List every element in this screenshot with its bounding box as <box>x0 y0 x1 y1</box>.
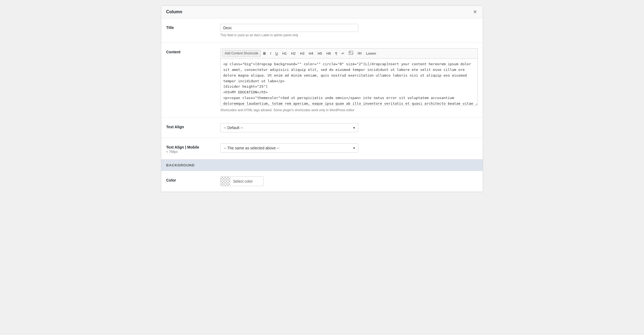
text-align-select[interactable]: -- Default -- Left Center Right Justify <box>220 123 358 132</box>
svg-point-1 <box>350 52 350 52</box>
h3-button[interactable]: H3 <box>298 50 306 57</box>
close-button[interactable]: × <box>472 9 478 15</box>
text-align-control-wrap: -- Default -- Left Center Right Justify … <box>220 123 478 132</box>
text-align-select-wrap: -- Default -- Left Center Right Justify … <box>220 123 358 132</box>
title-hint: This field is used as an Item Label in a… <box>220 33 478 37</box>
select-color-label: Select color <box>230 179 255 183</box>
text-align-row: Text Align -- Default -- Left Center Rig… <box>161 118 483 138</box>
text-align-mobile-select-wrap: -- The same as selected above -- Left Ce… <box>220 143 358 153</box>
h2-button[interactable]: H2 <box>289 50 298 57</box>
modal-body: Title This field is used as an Item Labe… <box>161 18 483 192</box>
select-color-button[interactable]: Select color <box>220 176 264 186</box>
link-button[interactable] <box>356 50 364 57</box>
text-align-label: Text Align <box>166 123 220 129</box>
content-row: Content Add Content Shortcode B I U H1 H… <box>161 43 483 118</box>
column-modal: Column × Title This field is used as an … <box>161 5 483 192</box>
editor-toolbar: Add Content Shortcode B I U H1 H2 H3 H4 … <box>220 48 478 58</box>
content-control-wrap: Add Content Shortcode B I U H1 H2 H3 H4 … <box>220 48 478 112</box>
italic-button[interactable]: I <box>268 50 273 57</box>
h4-button[interactable]: H4 <box>307 50 315 57</box>
text-align-mobile-select[interactable]: -- The same as selected above -- Left Ce… <box>220 143 358 153</box>
title-input[interactable] <box>220 24 358 32</box>
underline-button[interactable]: U <box>274 50 280 57</box>
background-section-header: BACKGROUND <box>161 159 483 171</box>
h5-button[interactable]: H5 <box>316 50 324 57</box>
image-icon <box>349 51 353 55</box>
h1-button[interactable]: H1 <box>280 50 289 57</box>
content-label: Content <box>166 48 220 54</box>
text-align-mobile-control-wrap: -- The same as selected above -- Left Ce… <box>220 143 478 153</box>
add-shortcode-button[interactable]: Add Content Shortcode <box>222 50 261 57</box>
lorem-button[interactable]: Lorem <box>364 50 378 57</box>
h6-button[interactable]: H6 <box>324 50 333 57</box>
link-icon <box>357 52 362 55</box>
modal-header: Column × <box>161 6 483 18</box>
bold-button[interactable]: B <box>261 50 268 57</box>
color-checker-icon <box>221 177 230 186</box>
text-align-mobile-label: Text Align | Mobile < 768px <box>166 143 220 154</box>
color-control-wrap: Select color <box>220 176 478 186</box>
title-control-wrap: This field is used as an Item Label in a… <box>220 24 478 37</box>
content-hint: Shortcodes and HTML tags allowed. Some p… <box>220 108 478 112</box>
paragraph-button[interactable]: ¶ <box>333 50 339 57</box>
image-button[interactable] <box>347 50 355 57</box>
enter-button[interactable]: ↵ <box>340 50 346 57</box>
color-row: Color Select color <box>161 171 483 192</box>
title-label: Title <box>166 24 220 30</box>
text-align-mobile-sublabel: < 768px <box>166 150 220 154</box>
modal-title: Column <box>166 9 182 14</box>
color-label: Color <box>166 176 220 182</box>
text-align-mobile-row: Text Align | Mobile < 768px -- The same … <box>161 138 483 159</box>
content-textarea[interactable]: <p class="big">[dropcap background="" co… <box>220 58 478 106</box>
title-row: Title This field is used as an Item Labe… <box>161 18 483 43</box>
